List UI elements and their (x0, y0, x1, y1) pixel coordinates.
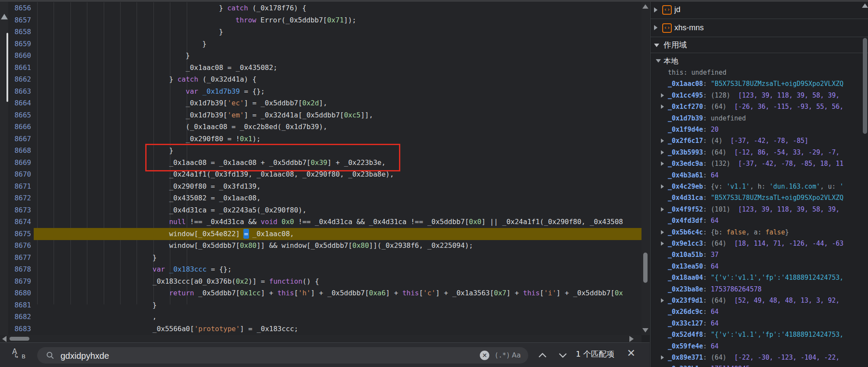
line-number-8673[interactable]: 8673 (9, 204, 31, 216)
code-line-8658[interactable]: } (219, 26, 223, 38)
code-line-8683[interactable]: _0x5566a0['prototype'] = _0x183ccc; (153, 323, 298, 335)
match-case-toggle[interactable]: Aa (512, 347, 521, 364)
line-number-8665[interactable]: 8665 (9, 109, 31, 121)
code-line-8657[interactable]: throw Error(_0x5ddbb7[0x71]); (236, 14, 356, 26)
scope-variable-_0x18aa04[interactable]: _0x18aa04: "{'v':'v1.1','fp':'4188891242… (651, 272, 868, 284)
code-line-8664[interactable]: _0x1d7b39['ec'] = _0x5ddbb7[0x2d], (186, 97, 328, 109)
code-line-8666[interactable]: (_0x1aac08 = _0xc2b8ed(_0x1d7b39), (186, 121, 328, 133)
vertical-scroll-thumb[interactable] (643, 253, 648, 283)
panel-scroll-up-icon[interactable] (862, 3, 868, 8)
scope-variable-_0x1d7b39[interactable]: _0x1d7b39: undefined (651, 113, 868, 124)
scope-variable-_0x1cf270[interactable]: _0x1cf270: (64) [-26, 36, -115, -93, 55,… (651, 101, 868, 113)
chevron-right-icon[interactable] (661, 139, 664, 143)
scope-variable-_0x1aac08[interactable]: _0x1aac08: "B5X7S3L78UZMzsaTL+oigD9SXpo2… (651, 78, 868, 90)
tree-item-xhs-mns[interactable]: ‹› xhs-mns (651, 19, 868, 37)
line-number-8669[interactable]: 8669 (9, 157, 31, 169)
code-line-8682[interactable]: , (153, 311, 157, 323)
chevron-right-icon[interactable] (661, 241, 664, 246)
line-number-8659[interactable]: 8659 (9, 38, 31, 50)
line-number-8662[interactable]: 8662 (9, 73, 31, 85)
scope-variable-this[interactable]: this: undefined (651, 67, 868, 79)
chevron-right-icon[interactable] (661, 298, 664, 303)
scope-local-header[interactable]: 本地 (651, 55, 868, 66)
line-number-8663[interactable]: 8663 (9, 85, 31, 98)
scope-variable-_0x3b5993[interactable]: _0x3b5993: (64) [-12, 86, -54, 33, -29, … (651, 147, 868, 158)
tree-item-jd[interactable]: ‹› jd (651, 2, 868, 19)
regex-toggle[interactable]: (.*) (495, 347, 510, 364)
chevron-right-icon[interactable] (661, 93, 664, 98)
code-line-8679[interactable]: _0x183ccc[a0_0x376b(0x2)] = function() { (153, 275, 319, 288)
code-line-8665[interactable]: _0x1d7b39['em'] = _0x32d41a[_0x5ddbb7[0x… (186, 109, 373, 121)
code-line-8680[interactable]: return _0x5ddbb7[0x1cc] + this['h'] + _0… (169, 287, 623, 299)
scope-variable-_0x52d4f8[interactable]: _0x52d4f8: "{'v':'v1.1','fp':'4188891242… (651, 329, 868, 341)
line-number-8683[interactable]: 8683 (9, 323, 31, 335)
code-line-8668[interactable]: } (169, 145, 173, 157)
scope-variable-_0x1f9d4e[interactable]: _0x1f9d4e: 20 (651, 124, 868, 136)
code-line-8669[interactable]: _0x1aac08 = _0x1aac08 + _0x5ddbb7[0x39] … (169, 157, 386, 169)
next-match-button[interactable] (556, 349, 569, 362)
line-number-8661[interactable]: 8661 (9, 62, 31, 74)
code-line-8659[interactable]: } (202, 38, 207, 50)
line-number-8664[interactable]: 8664 (9, 97, 31, 109)
line-number-8667[interactable]: 8667 (9, 133, 31, 145)
code-line-8667[interactable]: _0x290f80 = !0x1); (186, 133, 261, 145)
previous-match-button[interactable] (536, 349, 549, 362)
scope-variable-_0x9e1cc3[interactable]: _0x9e1cc3: (64) [18, 114, 71, -126, -44,… (651, 238, 868, 250)
search-field[interactable]: ✕ (.*) Aa (37, 347, 528, 364)
code-line-8677[interactable]: } (153, 252, 157, 264)
chevron-right-icon[interactable] (661, 355, 664, 360)
line-number-8678[interactable]: 8678 (9, 263, 31, 275)
code-line-8672[interactable]: _0x435082 = _0x1aac08, (169, 192, 261, 204)
scope-variable-_0x4f9f52[interactable]: _0x4f9f52: (101) [123, 39, 118, 39, 58, … (651, 204, 868, 215)
code-line-8673[interactable]: _0x4d31ca = _0x2243a5(_0x290f80), (169, 204, 306, 216)
scope-variable-_0x4c29eb[interactable]: _0x4c29eb: {v: 'v1.1', h: 'dun.163.com',… (651, 181, 868, 193)
editor-vertical-scrollbar[interactable] (641, 2, 650, 335)
line-number-8657[interactable]: 8657 (9, 14, 31, 26)
line-number-8668[interactable]: 8668 (9, 145, 31, 157)
scope-variable-_0x33c127[interactable]: _0x33c127: 64 (651, 318, 868, 329)
chevron-right-icon[interactable] (661, 161, 664, 166)
line-number-8681[interactable]: 8681 (9, 299, 31, 311)
panel-scroll-thumb[interactable] (863, 38, 867, 134)
code-line-8675[interactable]: window[_0x54e822] = _0x1aac08, (169, 228, 294, 240)
chevron-right-icon[interactable] (654, 25, 657, 30)
scope-variable-_0x3edc9a[interactable]: _0x3edc9a: (132) [-37, -42, -78, -85, 18… (651, 158, 868, 170)
chevron-right-icon[interactable] (661, 184, 664, 189)
scope-variable-_0x2f6c17[interactable]: _0x2f6c17: (4) [-37, -42, -78, -85] (651, 135, 868, 147)
scope-variable-_0x10a51b[interactable]: _0x10a51b: 37 (651, 249, 868, 261)
line-number-8677[interactable]: 8677 (9, 252, 31, 264)
line-number-8679[interactable]: 8679 (9, 275, 31, 288)
code-line-8661[interactable]: _0x1aac08 = _0x435082; (186, 62, 278, 74)
chevron-right-icon[interactable] (661, 104, 664, 109)
source-editor[interactable]: 8656865786588659866086618662866386648665… (0, 0, 641, 335)
code-line-8656[interactable]: } catch (_0x178f76) { (219, 2, 306, 14)
code-line-8671[interactable]: _0x290f80 = _0x3fd139, (169, 180, 261, 193)
chevron-down-icon[interactable] (654, 44, 659, 47)
scroll-right-arrow-icon[interactable] (629, 336, 634, 342)
scroll-down-arrow-icon[interactable] (642, 328, 648, 332)
code-line-8681[interactable]: } (153, 299, 157, 311)
line-number-8671[interactable]: 8671 (9, 180, 31, 193)
chevron-right-icon[interactable] (654, 7, 657, 13)
code-line-8674[interactable]: null !== _0x4d31ca && void 0x0 !== _0x4d… (169, 216, 623, 228)
line-number-8672[interactable]: 8672 (9, 192, 31, 204)
code-line-8660[interactable]: } (186, 50, 190, 62)
search-input[interactable] (60, 347, 468, 364)
chevron-right-icon[interactable] (661, 207, 664, 212)
scope-variable-_0x4d31ca[interactable]: _0x4d31ca: "B5X7S3L78UZMzsaTL+oigD9SXpo2… (651, 192, 868, 204)
scope-variable-_0x1cc495[interactable]: _0x1cc495: (128) [123, 39, 118, 39, 58, … (651, 90, 868, 101)
clear-search-icon[interactable]: ✕ (480, 351, 489, 360)
scope-variable-_0x13ea50[interactable]: _0x13ea50: 64 (651, 261, 868, 272)
chevron-right-icon[interactable] (661, 150, 664, 155)
scope-variable-_0x228b1a[interactable]: _0x228b1a: 1751140945 (651, 363, 868, 367)
line-number-8656[interactable]: 8656 (9, 2, 31, 14)
scroll-up-arrow-icon[interactable] (642, 4, 648, 9)
scope-variable-_0x5b6c4c[interactable]: _0x5b6c4c: {b: false, a: false} (651, 227, 868, 238)
scope-variable-_0x23ba8e[interactable]: _0x23ba8e: 1753786264578 (651, 284, 868, 295)
line-number-8660[interactable]: 8660 (9, 50, 31, 62)
line-number-8682[interactable]: 8682 (9, 311, 31, 323)
scope-variable-_0x4fd3df[interactable]: _0x4fd3df: 64 (651, 215, 868, 227)
line-number-8658[interactable]: 8658 (9, 26, 31, 38)
close-find-bar-icon[interactable]: ✕ (627, 347, 635, 359)
chevron-down-icon[interactable] (656, 59, 661, 63)
